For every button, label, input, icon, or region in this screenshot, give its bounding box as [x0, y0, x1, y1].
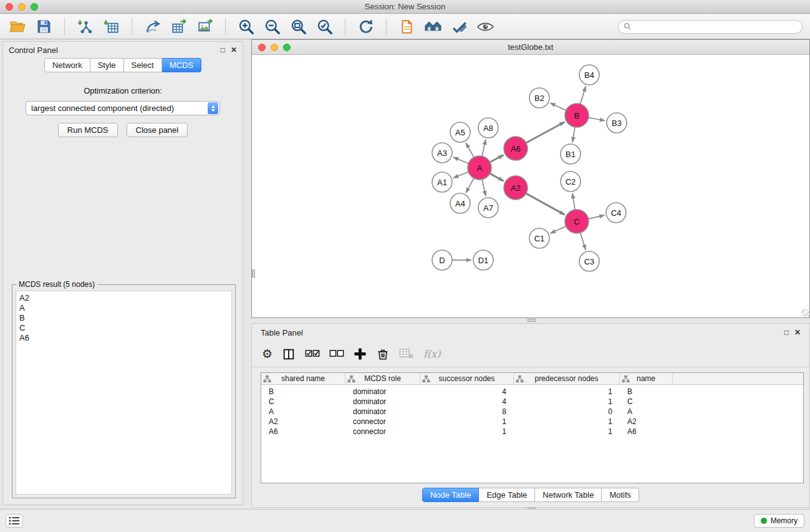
node-C1[interactable]: C1 — [529, 228, 549, 248]
table-cell[interactable]: 1 — [514, 417, 620, 426]
column-header-MCDS-role[interactable]: MCDS role — [345, 373, 420, 384]
column-header-successor-nodes[interactable]: successor nodes — [420, 373, 514, 384]
edge-A-A1[interactable] — [453, 172, 469, 178]
table-cell[interactable]: A — [620, 407, 673, 416]
annotate-button[interactable] — [449, 16, 470, 37]
table-cell[interactable]: C — [261, 397, 345, 406]
export-table-button[interactable] — [168, 16, 189, 37]
table-cell[interactable]: C — [620, 397, 673, 406]
node-A5[interactable]: A5 — [450, 122, 470, 142]
table-cell[interactable]: B — [620, 387, 673, 396]
node-B1[interactable]: B1 — [561, 144, 581, 164]
node-A1[interactable]: A1 — [432, 172, 452, 192]
toolbar-search[interactable] — [618, 20, 803, 34]
mcds-result-item[interactable]: B — [19, 313, 228, 323]
edge-A-A3[interactable] — [453, 157, 469, 163]
tab-style[interactable]: Style — [90, 58, 124, 72]
tab-edge-table[interactable]: Edge Table — [479, 488, 535, 502]
zoom-in-button[interactable] — [236, 16, 256, 37]
mcds-result-item[interactable]: A6 — [19, 333, 228, 343]
edge-A-A8[interactable] — [482, 140, 486, 157]
table-cell[interactable]: dominator — [345, 407, 420, 416]
table-cell[interactable]: 1 — [514, 397, 620, 406]
table-cell[interactable]: dominator — [345, 387, 420, 396]
node-B4[interactable]: B4 — [579, 65, 599, 85]
task-history-button[interactable] — [6, 514, 23, 528]
edge-B-B1[interactable] — [572, 127, 575, 142]
open-recent-button[interactable] — [397, 16, 417, 37]
table-cell[interactable]: connector — [345, 427, 420, 436]
resize-handle[interactable] — [801, 309, 809, 317]
minimize-window-button[interactable] — [18, 3, 26, 11]
table-cell[interactable]: 1 — [420, 427, 514, 436]
refresh-layout-button[interactable] — [355, 16, 376, 37]
table-row[interactable]: Cdominator41C — [261, 397, 803, 407]
table-cell[interactable]: A6 — [261, 427, 345, 436]
node-A4[interactable]: A4 — [450, 193, 470, 213]
network-window-titlebar[interactable]: testGlobe.txt — [252, 40, 809, 55]
table-cell[interactable]: 8 — [420, 407, 514, 416]
tab-network[interactable]: Network — [44, 58, 90, 72]
table-row[interactable]: A2connector11A2 — [261, 417, 803, 427]
mcds-result-list[interactable]: A2ABCA6 — [16, 291, 232, 495]
float-panel-icon[interactable]: □ — [221, 46, 225, 54]
function-builder-button[interactable]: f(x) — [423, 348, 440, 360]
table-cell[interactable]: A — [261, 407, 345, 416]
mcds-result-item[interactable]: C — [19, 323, 228, 333]
table-cell[interactable]: 4 — [420, 387, 514, 396]
table-cell[interactable]: A2 — [261, 417, 345, 426]
open-file-button[interactable] — [7, 16, 28, 37]
close-window-button[interactable] — [6, 3, 13, 11]
table-cell[interactable]: B — [261, 387, 345, 396]
edge-A-A4[interactable] — [466, 178, 474, 193]
table-cell[interactable]: 1 — [420, 417, 514, 426]
edge-A-A7[interactable] — [482, 180, 486, 196]
table-row[interactable]: Adominator80A — [261, 407, 803, 417]
import-table-button[interactable] — [101, 16, 122, 37]
home-button[interactable] — [423, 16, 443, 37]
memory-button[interactable]: Memory — [754, 514, 804, 528]
add-row-button[interactable] — [354, 347, 367, 360]
table-cell[interactable]: 1 — [514, 427, 620, 436]
table-cell[interactable]: A6 — [620, 427, 673, 436]
mcds-result-item[interactable]: A — [19, 303, 228, 313]
import-network-button[interactable] — [75, 16, 95, 37]
node-A7[interactable]: A7 — [478, 198, 498, 218]
float-table-panel-icon[interactable]: □ — [784, 329, 789, 336]
column-header-shared-name[interactable]: shared name — [261, 373, 345, 384]
node-C2[interactable]: C2 — [561, 172, 581, 191]
node-A8[interactable]: A8 — [478, 118, 498, 138]
tab-node-table[interactable]: Node Table — [422, 488, 480, 502]
node-A6[interactable]: A6 — [504, 137, 528, 160]
table-row[interactable]: Bdominator41B — [261, 387, 803, 397]
criterion-dropdown[interactable]: largest connected component (directed) — [26, 101, 220, 115]
node-B[interactable]: B — [565, 104, 589, 127]
export-network-button[interactable] — [142, 16, 163, 37]
edge-C-C2[interactable] — [572, 193, 575, 210]
edge-C-C4[interactable] — [589, 215, 605, 219]
zoom-fit-button[interactable] — [288, 16, 309, 37]
maximize-network-button[interactable] — [283, 44, 291, 51]
edge-A6-B[interactable] — [526, 122, 565, 142]
tab-mcds[interactable]: MCDS — [162, 58, 201, 72]
save-session-button[interactable] — [34, 16, 54, 37]
edge-A2-C[interactable] — [526, 193, 565, 215]
edge-A-A5[interactable] — [466, 143, 474, 158]
node-D1[interactable]: D1 — [473, 250, 493, 270]
tab-network-table[interactable]: Network Table — [535, 488, 602, 502]
column-header-predecessor-nodes[interactable]: predecessor nodes — [514, 373, 620, 384]
close-table-panel-icon[interactable]: ✕ — [794, 329, 801, 336]
tab-select[interactable]: Select — [124, 58, 162, 72]
edge-B-B2[interactable] — [550, 103, 566, 110]
table-cell[interactable]: A2 — [620, 417, 673, 426]
select-all-button[interactable] — [305, 349, 320, 359]
run-mcds-button[interactable]: Run MCDS — [58, 123, 118, 137]
splitter-grip[interactable] — [528, 319, 536, 322]
close-network-button[interactable] — [258, 44, 266, 51]
node-C4[interactable]: C4 — [606, 203, 626, 223]
node-A2[interactable]: A2 — [504, 176, 528, 200]
edge-C-C1[interactable] — [550, 226, 566, 233]
deselect-all-button[interactable] — [329, 349, 344, 359]
close-panel-button[interactable]: Close panel — [127, 123, 188, 137]
maximize-window-button[interactable] — [31, 3, 38, 11]
